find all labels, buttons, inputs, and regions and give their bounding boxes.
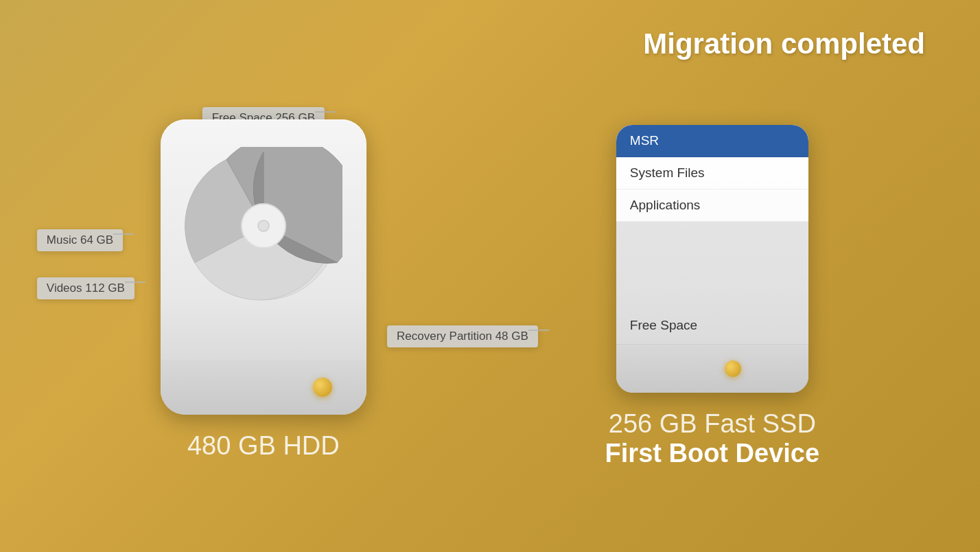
hdd-bottom <box>161 360 366 415</box>
ssd-partition-free-space: Free Space <box>616 222 808 345</box>
hdd-tag-recovery: Recovery Partition 48 GB <box>387 325 538 347</box>
ssd-partition-applications: Applications <box>616 189 808 222</box>
hdd-pie-chart <box>185 147 342 305</box>
hdd-led <box>313 378 332 397</box>
migration-title: Migration completed <box>643 27 925 60</box>
ssd-partitions: MSR System Files Applications Free Space <box>616 125 808 345</box>
hdd-tag-music: Music 64 GB <box>37 229 123 251</box>
hdd-device: Free Space 256 GB <box>161 119 366 415</box>
ssd-led <box>725 360 741 377</box>
ssd-boot-label: First Boot Device <box>605 439 820 468</box>
ssd-partition-msr: MSR <box>616 125 808 157</box>
hdd-tag-videos: Videos 112 GB <box>37 277 135 299</box>
ssd-device: MSR System Files Applications Free Space <box>616 125 808 393</box>
ssd-partition-system-files: System Files <box>616 157 808 189</box>
hdd-size-text: 480 GB HDD <box>187 431 340 461</box>
svg-point-3 <box>258 220 269 231</box>
ssd-body: MSR System Files Applications Free Space <box>616 125 808 393</box>
ssd-label: 256 GB Fast SSD First Boot Device <box>605 409 820 468</box>
ssd-size-text: 256 GB Fast SSD <box>605 409 820 439</box>
hdd-platter <box>185 147 342 305</box>
page-container: Migration completed Free Space 256 GB <box>0 0 980 552</box>
hdd-section: Free Space 256 GB <box>161 119 366 461</box>
hdd-label: 480 GB HDD <box>187 431 340 461</box>
ssd-bottom <box>616 345 808 393</box>
ssd-section: MSR System Files Applications Free Space… <box>605 125 820 468</box>
